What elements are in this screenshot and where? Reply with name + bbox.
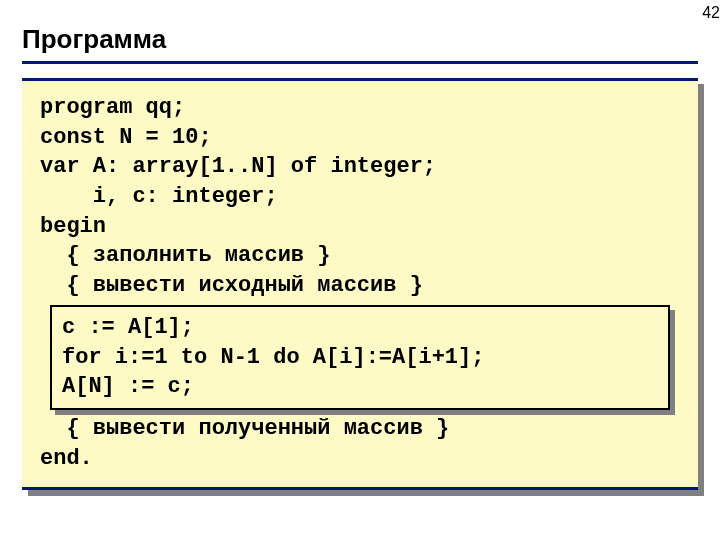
code-block: program qq; const N = 10; var A: array[1… bbox=[22, 78, 698, 490]
code-line: program qq; bbox=[40, 95, 185, 120]
code-block-outer: program qq; const N = 10; var A: array[1… bbox=[22, 78, 698, 490]
code-line: for i:=1 to N-1 do A[i]:=A[i+1]; bbox=[62, 345, 484, 370]
code-line: c := A[1]; bbox=[62, 315, 194, 340]
code-line: i, c: integer; bbox=[40, 184, 278, 209]
code-line: var A: array[1..N] of integer; bbox=[40, 154, 436, 179]
code-line: { заполнить массив } bbox=[40, 243, 330, 268]
slide-title: Программа bbox=[0, 0, 720, 61]
code-line: { вывести исходный массив } bbox=[40, 273, 423, 298]
code-line: const N = 10; bbox=[40, 125, 212, 150]
code-line: begin bbox=[40, 214, 106, 239]
page-number: 42 bbox=[702, 4, 720, 22]
title-underline bbox=[22, 61, 698, 64]
code-line: { вывести полученный массив } bbox=[40, 416, 449, 441]
code-line: end. bbox=[40, 446, 93, 471]
code-line: A[N] := c; bbox=[62, 374, 194, 399]
inner-code-block: c := A[1]; for i:=1 to N-1 do A[i]:=A[i+… bbox=[50, 305, 670, 410]
inner-code-outer: c := A[1]; for i:=1 to N-1 do A[i]:=A[i+… bbox=[50, 305, 670, 410]
